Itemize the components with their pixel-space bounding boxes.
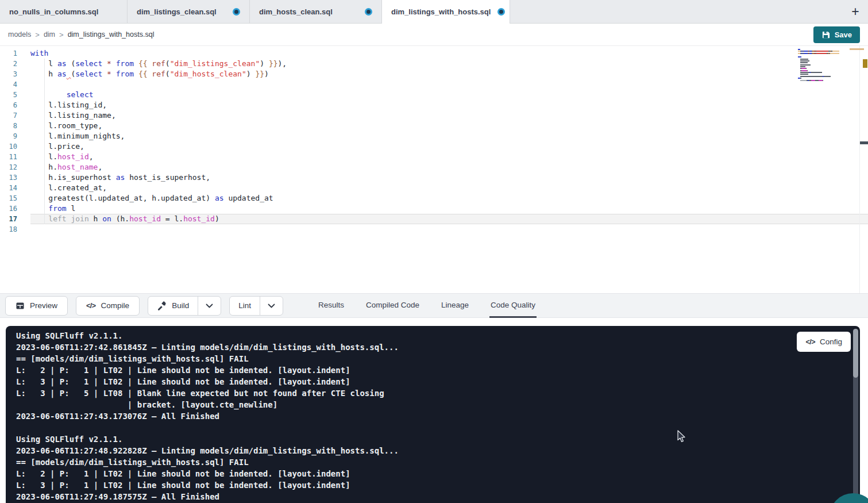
terminal-line: L: 3 | P: 1 | LT02 | Line should not be … — [16, 376, 860, 387]
minimap[interactable] — [797, 48, 840, 85]
chevron-down-icon — [268, 304, 275, 308]
build-label: Build — [172, 301, 189, 310]
preview-button[interactable]: Preview — [5, 296, 68, 316]
lint-warning-marker — [863, 59, 867, 68]
tab-dim-listings-clean[interactable]: dim_listings_clean.sql — [128, 0, 250, 23]
code-line[interactable]: 18 — [0, 224, 868, 235]
new-tab-button[interactable]: + — [843, 0, 868, 23]
line-number: 10 — [0, 141, 17, 152]
dbt-ide-window: no_nulls_in_columns.sql dim_listings_cle… — [0, 0, 868, 503]
tab-dim-hosts-clean[interactable]: dim_hosts_clean.sql — [250, 0, 382, 23]
code-line[interactable]: 15 greatest(l.updated_at, h.updated_at) … — [0, 193, 868, 203]
code-text: l.room_type, — [30, 121, 868, 131]
code-text: select — [30, 90, 868, 100]
minimap-line — [798, 68, 839, 69]
minimap-line — [798, 53, 839, 54]
line-number: 15 — [0, 193, 17, 203]
code-line[interactable]: 16 from l — [0, 203, 868, 214]
minimap-line — [798, 59, 839, 60]
code-text: greatest(l.updated_at, h.updated_at) as … — [30, 193, 868, 203]
lint-split-button: Lint — [229, 296, 283, 316]
build-options-button[interactable] — [198, 297, 221, 315]
minimap-line — [798, 66, 839, 67]
config-label: Config — [820, 337, 842, 346]
code-line[interactable]: 11 l.host_id, — [0, 152, 868, 162]
code-text: l as (select * from {{ ref("dim_listings… — [30, 59, 868, 69]
terminal-line: Using SQLFluff v2.1.1. — [16, 330, 860, 341]
line-number: 14 — [0, 183, 17, 193]
minimap-line — [798, 49, 839, 50]
code-line[interactable]: 13 h.is_superhost as host_is_superhost, — [0, 172, 868, 183]
unsaved-changes-icon — [233, 8, 240, 16]
chevron-right-icon: > — [59, 30, 64, 39]
line-number: 2 — [0, 59, 17, 69]
code-line[interactable]: 2 l as (select * from {{ ref("dim_listin… — [0, 59, 868, 69]
terminal-line: 2023-06-06T11:27:42.861845Z — Linting mo… — [16, 341, 860, 353]
tab-label: dim_listings_with_hosts.sql — [391, 7, 491, 16]
minimap-line — [798, 64, 839, 66]
terminal-line: == [models/dim/dim_listings_with_hosts.s… — [16, 456, 860, 468]
chevron-down-icon — [206, 304, 213, 308]
code-line[interactable]: 14 l.created_at, — [0, 183, 868, 193]
floppy-disk-icon — [821, 30, 830, 39]
tab-no-nulls-in-columns[interactable]: no_nulls_in_columns.sql — [0, 0, 128, 23]
tab-label: Lineage — [441, 301, 469, 309]
tab-label: Code Quality — [491, 301, 535, 309]
code-text: l.listing_name, — [30, 110, 868, 121]
code-line[interactable]: 17 left join h on (h.host_id = l.host_id… — [0, 214, 868, 224]
build-split-button: Build — [148, 296, 221, 316]
code-text: with — [30, 48, 868, 59]
code-line[interactable]: 12 h.host_name, — [0, 162, 868, 172]
minimap-line — [798, 82, 839, 83]
tab-lineage[interactable]: Lineage — [440, 294, 470, 318]
code-editor[interactable]: 1with2 l as (select * from {{ ref("dim_l… — [0, 46, 868, 293]
tab-label: no_nulls_in_columns.sql — [9, 7, 98, 16]
terminal-line: L: 2 | P: 1 | LT02 | Line should not be … — [16, 468, 860, 479]
tab-code-quality[interactable]: Code Quality — [489, 294, 537, 318]
code-text: l.price, — [30, 141, 868, 152]
code-line[interactable]: 7 l.listing_name, — [0, 110, 868, 121]
tab-label: dim_listings_clean.sql — [137, 7, 217, 16]
lint-button[interactable]: Lint — [230, 297, 260, 315]
editor-scrollbar-thumb[interactable] — [860, 141, 868, 144]
save-button[interactable]: Save — [813, 26, 860, 43]
tab-results[interactable]: Results — [317, 294, 345, 318]
build-button[interactable]: Build — [148, 297, 198, 315]
chevron-right-icon: > — [35, 30, 40, 39]
unsaved-changes-icon — [497, 8, 505, 16]
code-line[interactable]: 8 l.room_type, — [0, 121, 868, 131]
code-line[interactable]: 6 l.listing_id, — [0, 100, 868, 110]
tab-compiled-code[interactable]: Compiled Code — [365, 294, 421, 318]
code-text: l.listing_id, — [30, 100, 868, 110]
config-button[interactable]: </> Config — [797, 332, 851, 352]
compile-button[interactable]: </> Compile — [76, 296, 140, 316]
lint-options-button[interactable] — [260, 297, 283, 315]
tab-dim-listings-with-hosts[interactable]: dim_listings_with_hosts.sql — [382, 0, 510, 23]
terminal-line: 2023-06-06T11:27:48.922828Z — Linting mo… — [16, 445, 860, 456]
tab-label: Results — [318, 301, 344, 309]
terminal-scrollbar-thumb[interactable] — [853, 329, 858, 378]
terminal-line: L: 3 | P: 1 | LT02 | Line should not be … — [16, 479, 860, 491]
unsaved-changes-icon — [365, 8, 372, 16]
terminal-line: 2023-06-06T11:27:43.173076Z — All Finish… — [16, 410, 860, 422]
table-grid-icon — [16, 301, 25, 310]
terminal-line: L: 2 | P: 1 | LT02 | Line should not be … — [16, 364, 860, 376]
breadcrumb-item: dim — [44, 30, 55, 39]
code-text: h.host_name, — [30, 162, 868, 172]
minimap-line — [798, 78, 839, 79]
line-number: 3 — [0, 69, 17, 79]
terminal-line: | bracket. [layout.cte_newline] — [16, 399, 860, 410]
terminal-lines: Using SQLFluff v2.1.1.2023-06-06T11:27:4… — [16, 330, 860, 502]
indent-guide — [44, 59, 45, 224]
editor-toolbar: Preview </> Compile Build Lint — [0, 293, 868, 318]
line-number: 4 — [0, 79, 17, 90]
code-line[interactable]: 1with — [0, 48, 868, 59]
breadcrumb: models > dim > dim_listings_with_hosts.s… — [8, 30, 154, 39]
line-number: 8 — [0, 121, 17, 131]
code-line[interactable]: 4 — [0, 79, 868, 90]
code-line[interactable]: 9 l.minimum_nights, — [0, 131, 868, 141]
code-line[interactable]: 10 l.price, — [0, 141, 868, 152]
code-line[interactable]: 5 select — [0, 90, 868, 100]
code-line[interactable]: 3 h as (select * from {{ ref("dim_hosts_… — [0, 69, 868, 79]
terminal-line: L: 3 | P: 5 | LT08 | Blank line expected… — [16, 387, 860, 399]
